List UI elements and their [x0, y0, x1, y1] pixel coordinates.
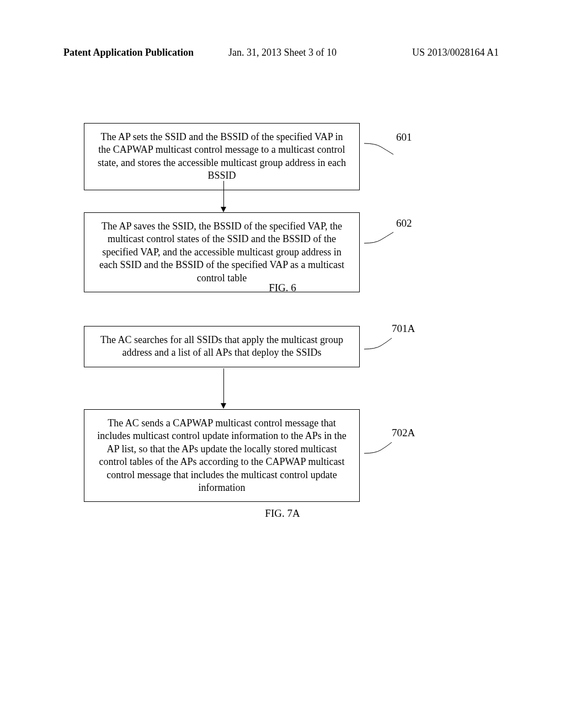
fig6-ref-number-1: 601 [396, 131, 412, 143]
fig6-caption: FIG. 6 [269, 282, 296, 294]
fig7a-ref-bracket-2 [364, 438, 395, 457]
fig7a-step2-text: The AC sends a CAPWAP multicast control … [97, 417, 346, 493]
page-header: Patent Application Publication Jan. 31, … [0, 47, 565, 58]
fig6-arrow [221, 181, 226, 212]
fig6-step2-text: The AP saves the SSID, the BSSID of the … [99, 221, 344, 283]
fig7a-caption: FIG. 7A [265, 507, 300, 520]
fig6-step-box-1: The AP sets the SSID and the BSSID of th… [84, 123, 360, 190]
fig6-ref-number-2: 602 [396, 217, 412, 229]
header-center-text: Jan. 31, 2013 Sheet 3 of 10 [228, 47, 337, 58]
header-left-text: Patent Application Publication [63, 47, 194, 58]
fig7a-ref-number-2: 702A [392, 427, 415, 439]
fig7a-step1-text: The AC searches for all SSIDs that apply… [100, 334, 343, 358]
fig6-ref-bracket-1 [364, 137, 395, 156]
fig7a-arrow [221, 368, 226, 409]
fig7a-ref-number-1: 701A [392, 323, 415, 335]
header-right-text: US 2013/0028164 A1 [412, 47, 499, 58]
fig7a-step-box-1: The AC searches for all SSIDs that apply… [84, 326, 360, 367]
fig6-step1-text: The AP sets the SSID and the BSSID of th… [98, 131, 346, 181]
fig7a-step-box-2: The AC sends a CAPWAP multicast control … [84, 409, 360, 502]
fig6-ref-bracket-2 [364, 228, 395, 247]
fig7a-ref-bracket-1 [364, 334, 395, 353]
fig6-step-box-2: The AP saves the SSID, the BSSID of the … [84, 212, 360, 292]
